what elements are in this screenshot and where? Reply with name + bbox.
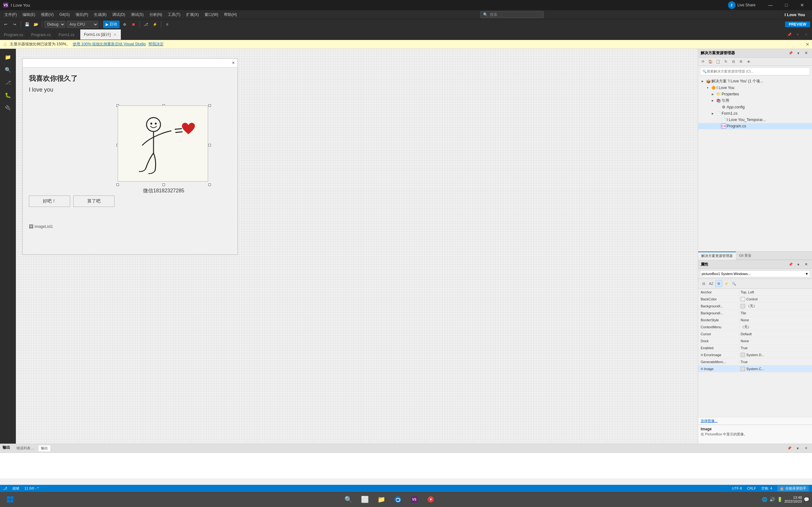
taskbar-search[interactable]: 🔍 bbox=[341, 493, 356, 506]
props-alpha-btn[interactable]: AZ bbox=[708, 280, 715, 287]
se-sync-btn[interactable]: ⟳ bbox=[699, 59, 706, 65]
prop-row-dock[interactable]: Dock None bbox=[698, 337, 812, 344]
props-close-btn[interactable]: ✕ bbox=[803, 262, 809, 268]
props-expand-icon[interactable]: ▶ bbox=[710, 92, 715, 97]
notification-link[interactable]: 使用 100% 缩放比例重新启动 Visual Studio bbox=[72, 42, 146, 47]
tab-pin-icon[interactable]: 📌 bbox=[786, 32, 793, 38]
tab-close-icon[interactable]: ✕ bbox=[113, 32, 117, 37]
image-expand[interactable]: ⊞ bbox=[701, 367, 703, 371]
menu-extend[interactable]: 扩展(X) bbox=[184, 11, 201, 18]
cancel-button[interactable]: 算了吧 bbox=[73, 195, 114, 207]
output-close-btn[interactable]: ✕ bbox=[803, 445, 809, 452]
notification-close-icon[interactable]: ✕ bbox=[806, 42, 809, 47]
taskbar-clock[interactable]: 13:48 2022/10/23 bbox=[784, 496, 802, 503]
sidebar-debug-icon[interactable]: 🐛 bbox=[2, 89, 14, 101]
solution-expand-icon[interactable]: ▶ bbox=[700, 79, 705, 84]
prop-row-bgi[interactable]: BackgroundI... （无） bbox=[698, 302, 812, 309]
menu-file[interactable]: 文件(F) bbox=[2, 11, 19, 18]
toolbar-redo[interactable]: ↪ bbox=[11, 20, 18, 28]
tree-form1cs[interactable]: ▶ 📄 Form1.cs bbox=[698, 110, 812, 117]
menu-build[interactable]: 生成(B) bbox=[91, 11, 109, 18]
menu-debug[interactable]: 调试(D) bbox=[110, 11, 128, 18]
taskbar-file-explorer[interactable]: 📁 bbox=[374, 493, 389, 506]
search-box[interactable]: 🔍 搜索 bbox=[480, 11, 544, 18]
toolbar-undo[interactable]: ↩ bbox=[2, 20, 9, 28]
tab-program-cs-1[interactable]: Program.cs bbox=[0, 30, 27, 40]
se-refresh-btn[interactable]: ↻ bbox=[722, 59, 729, 65]
se-search-input[interactable] bbox=[707, 69, 808, 73]
taskbar-volume-icon[interactable]: 🔊 bbox=[769, 496, 775, 503]
platform-select[interactable]: Any CPU bbox=[67, 21, 98, 28]
output-dropdown-btn[interactable]: ▼ bbox=[794, 445, 801, 452]
close-button[interactable]: ✕ bbox=[795, 0, 809, 10]
se-close-btn[interactable]: ✕ bbox=[803, 50, 809, 56]
tab-form1-designer[interactable]: Form1.cs [设计] ✕ bbox=[80, 30, 121, 40]
refs-expand-icon[interactable]: ▶ bbox=[710, 98, 715, 103]
live-share-widget[interactable]: 2 Live Share bbox=[728, 1, 756, 9]
prop-row-anchor[interactable]: Anchor Top, Left bbox=[698, 289, 812, 296]
toolbar-stop[interactable]: ⏹ bbox=[130, 20, 137, 28]
props-category-btn[interactable]: ⊟ bbox=[700, 280, 707, 287]
se-props-btn[interactable]: ⚙ bbox=[738, 59, 745, 65]
tree-form1temp[interactable]: 📄 I Love You_Temporar... bbox=[698, 117, 812, 123]
prop-row-contextmenu[interactable]: ContextMenu （无） bbox=[698, 324, 812, 331]
toolbar-git[interactable]: ⎇ bbox=[142, 20, 150, 28]
toolbar-save-all[interactable]: 💾 bbox=[23, 20, 31, 28]
picture-box-wrapper[interactable]: 微信18182327285 bbox=[118, 106, 210, 185]
project-expand-icon[interactable]: ▼ bbox=[705, 85, 710, 90]
debug-mode-select[interactable]: Debug bbox=[44, 21, 65, 28]
se-home-btn[interactable]: 🏠 bbox=[707, 59, 714, 65]
props-dropdown-btn[interactable]: ▼ bbox=[795, 262, 802, 268]
handle-mid-right[interactable] bbox=[208, 144, 211, 147]
prop-row-bgil[interactable]: BackgroundI... Tile bbox=[698, 309, 812, 317]
prop-row-backcolor[interactable]: BackColor Control bbox=[698, 296, 812, 302]
maximize-button[interactable]: □ bbox=[779, 0, 794, 10]
form1-expand-icon[interactable]: ▶ bbox=[710, 111, 715, 116]
picture-box[interactable] bbox=[118, 106, 208, 181]
se-pin-btn[interactable]: 📌 bbox=[787, 50, 794, 56]
output-pin-btn[interactable]: 📌 bbox=[786, 445, 793, 452]
prop-row-enabled[interactable]: Enabled True bbox=[698, 344, 812, 351]
menu-test[interactable]: 测试(S) bbox=[129, 11, 146, 18]
toolbar-open[interactable]: 📂 bbox=[32, 20, 40, 28]
sidebar-explorer-icon[interactable]: 📁 bbox=[2, 51, 14, 63]
tree-project[interactable]: ▼ 🔶 I Love You bbox=[698, 84, 812, 91]
run-button[interactable]: ▶ 启动 bbox=[103, 20, 119, 28]
output-tab-output[interactable]: 输出 bbox=[38, 445, 51, 452]
tree-properties[interactable]: ▶ 📁 Properties bbox=[698, 91, 812, 97]
tab-form1-cs[interactable]: Form1.cs bbox=[55, 30, 80, 40]
tab-close-panel-icon[interactable]: ✕ bbox=[803, 32, 809, 38]
output-tab-errors[interactable]: 错误列表 ... bbox=[14, 445, 37, 452]
props-events-btn[interactable]: ⚡ bbox=[723, 280, 730, 287]
tab-program-cs-2[interactable]: Program.cs bbox=[27, 30, 55, 40]
menu-analyze[interactable]: 分析(N) bbox=[147, 11, 165, 18]
taskbar-wifi-icon[interactable]: 🌐 bbox=[762, 496, 768, 503]
sidebar-git-icon[interactable]: ⎇ bbox=[2, 77, 14, 88]
handle-bot-center[interactable] bbox=[162, 183, 165, 186]
se-preview-btn[interactable]: 👁 bbox=[745, 59, 752, 65]
props-pin-btn[interactable]: 📌 bbox=[787, 262, 794, 268]
handle-top-right[interactable] bbox=[208, 104, 211, 107]
prop-row-image[interactable]: ⊞Image System.C... bbox=[698, 365, 812, 372]
tree-appconfig[interactable]: ⚙ App.config bbox=[698, 104, 812, 110]
prop-row-cursor[interactable]: Cursor Default bbox=[698, 331, 812, 337]
notification-action[interactable]: 帮我决定 bbox=[148, 42, 164, 47]
taskbar-red-app[interactable]: ♥ bbox=[423, 493, 438, 506]
form-close-btn[interactable]: ✕ bbox=[230, 60, 236, 66]
handle-bot-right[interactable] bbox=[208, 183, 211, 186]
se-tab-git[interactable]: Git 更改 bbox=[736, 251, 755, 260]
ok-button[interactable]: 好吧！ bbox=[29, 195, 70, 207]
sidebar-search-icon[interactable]: 🔍 bbox=[2, 64, 14, 75]
errorimage-expand[interactable]: ⊞ bbox=[701, 353, 703, 356]
menu-help[interactable]: 帮助(H) bbox=[221, 11, 240, 18]
props-search-btn[interactable]: 🔍 bbox=[730, 280, 738, 287]
toolbar-attach[interactable]: ⊕ bbox=[121, 20, 129, 28]
menu-edit[interactable]: 编辑(E) bbox=[20, 11, 38, 18]
menu-view[interactable]: 视图(V) bbox=[38, 11, 56, 18]
se-dropdown-btn[interactable]: ▼ bbox=[795, 50, 802, 56]
props-props-btn[interactable]: ⚙ bbox=[715, 280, 722, 287]
prop-row-borderstyle[interactable]: BorderStyle None bbox=[698, 317, 812, 324]
taskbar-vs[interactable]: VS bbox=[407, 493, 422, 506]
menu-project[interactable]: 项目(P) bbox=[73, 11, 91, 18]
sidebar-extensions-icon[interactable]: 🔌 bbox=[2, 102, 14, 113]
